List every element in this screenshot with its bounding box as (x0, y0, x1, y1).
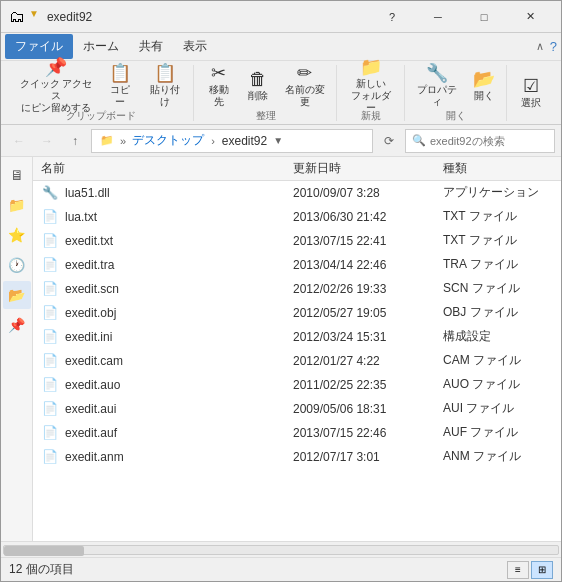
back-button[interactable]: ← (7, 129, 31, 153)
breadcrumb-desktop[interactable]: デスクトップ (132, 132, 204, 149)
file-name: exedit.tra (65, 258, 293, 272)
search-input[interactable] (430, 135, 562, 147)
new-buttons: 📁 新しいフォルダー (343, 65, 400, 107)
file-row[interactable]: 📄 exedit.tra 2013/04/14 22:46 TRA ファイル (33, 253, 561, 277)
file-row[interactable]: 📄 exedit.anm 2012/07/17 3:01 ANM ファイル (33, 445, 561, 469)
file-icon: 📄 (41, 328, 59, 346)
sidebar-item-recent[interactable]: 🕐 (3, 251, 31, 279)
file-date: 2012/01/27 4:22 (293, 354, 443, 368)
breadcrumb-sep2: › (211, 135, 215, 147)
new-label: 新規 (361, 109, 381, 123)
address-input[interactable]: 📁 » デスクトップ › exedit92 ▼ (91, 129, 373, 153)
up-button[interactable]: ↑ (63, 129, 87, 153)
file-row[interactable]: 📄 lua.txt 2013/06/30 21:42 TXT ファイル (33, 205, 561, 229)
file-date: 2012/05/27 19:05 (293, 306, 443, 320)
help-button[interactable]: ? (369, 1, 415, 33)
breadcrumb-sep1: » (120, 135, 126, 147)
menu-file[interactable]: ファイル (5, 34, 73, 59)
file-icon: 📄 (41, 280, 59, 298)
open-button[interactable]: 📂 開く (466, 65, 502, 107)
col-header-name[interactable]: 名前 (41, 160, 293, 177)
scroll-thumb[interactable] (4, 546, 84, 556)
file-name: exedit.cam (65, 354, 293, 368)
open-icon: 📂 (473, 70, 495, 88)
organize-label: 整理 (256, 109, 276, 123)
pin-icon: 📌 (45, 58, 67, 76)
window-controls: ? ─ □ ✕ (369, 1, 553, 33)
sidebar: 🖥 📁 ⭐ 🕐 📂 📌 (1, 157, 33, 541)
file-type: AUO ファイル (443, 376, 553, 393)
file-row[interactable]: 📄 exedit.obj 2012/05/27 19:05 OBJ ファイル (33, 301, 561, 325)
menu-expand-icon[interactable]: ∧ (536, 40, 544, 53)
scroll-track[interactable] (3, 545, 559, 555)
file-date: 2012/03/24 15:31 (293, 330, 443, 344)
close-button[interactable]: ✕ (507, 1, 553, 33)
sidebar-item-folder[interactable]: 📁 (3, 191, 31, 219)
file-name: exedit.ini (65, 330, 293, 344)
search-box[interactable]: 🔍 (405, 129, 555, 153)
view-details-button[interactable]: ⊞ (531, 561, 553, 579)
toolbar-group-organize: ✂ 移動先 🗑 削除 ✏ 名前の変更 整理 (196, 65, 337, 121)
file-name: exedit.obj (65, 306, 293, 320)
file-row[interactable]: 📄 exedit.cam 2012/01/27 4:22 CAM ファイル (33, 349, 561, 373)
col-header-date[interactable]: 更新日時 (293, 160, 443, 177)
file-row[interactable]: 📄 exedit.scn 2012/02/26 19:33 SCN ファイル (33, 277, 561, 301)
select-button[interactable]: ☑ 選択 (513, 72, 549, 114)
view-buttons: ≡ ⊞ (507, 561, 553, 579)
sidebar-item-nav[interactable]: 🖥 (3, 161, 31, 189)
file-type: AUI ファイル (443, 400, 553, 417)
sidebar-item-files[interactable]: 📂 (3, 281, 31, 309)
main-content: 🖥 📁 ⭐ 🕐 📂 📌 名前 更新日時 種類 🔧 lua51.dll 2010/… (1, 157, 561, 541)
file-area: 名前 更新日時 種類 🔧 lua51.dll 2010/09/07 3:28 ア… (33, 157, 561, 541)
view-list-button[interactable]: ≡ (507, 561, 529, 579)
file-name: lua51.dll (65, 186, 293, 200)
file-row[interactable]: 📄 exedit.auf 2013/07/15 22:46 AUF ファイル (33, 421, 561, 445)
select-icon: ☑ (523, 77, 539, 95)
pin-button[interactable]: 📌 クイック アクセスにピン留めする (13, 65, 99, 107)
minimize-button[interactable]: ─ (415, 1, 461, 33)
clipboard-label: クリップボード (66, 109, 136, 123)
file-icon: 📄 (41, 376, 59, 394)
new-folder-button[interactable]: 📁 新しいフォルダー (343, 65, 400, 107)
file-date: 2013/07/15 22:46 (293, 426, 443, 440)
move-button[interactable]: ✂ 移動先 (200, 65, 237, 107)
file-icon: 📄 (41, 424, 59, 442)
file-row[interactable]: 📄 exedit.aui 2009/05/06 18:31 AUI ファイル (33, 397, 561, 421)
properties-icon: 🔧 (426, 64, 448, 82)
h-scroll[interactable] (1, 541, 561, 557)
maximize-button[interactable]: □ (461, 1, 507, 33)
file-name: exedit.auo (65, 378, 293, 392)
file-date: 2012/07/17 3:01 (293, 450, 443, 464)
menu-share[interactable]: 共有 (129, 34, 173, 59)
file-date: 2013/04/14 22:46 (293, 258, 443, 272)
help-icon[interactable]: ? (550, 39, 557, 54)
menu-view[interactable]: 表示 (173, 34, 217, 59)
forward-button[interactable]: → (35, 129, 59, 153)
file-date: 2013/07/15 22:41 (293, 234, 443, 248)
breadcrumb-folder[interactable]: exedit92 (222, 134, 267, 148)
file-name: lua.txt (65, 210, 293, 224)
delete-button[interactable]: 🗑 削除 (240, 65, 276, 107)
sidebar-item-pin[interactable]: 📌 (3, 311, 31, 339)
paste-button[interactable]: 📋 貼り付け (142, 65, 190, 107)
rename-button[interactable]: ✏ 名前の変更 (278, 65, 332, 107)
new-folder-icon: 📁 (360, 58, 382, 76)
file-list[interactable]: 🔧 lua51.dll 2010/09/07 3:28 アプリケーション 📄 l… (33, 181, 561, 541)
sidebar-item-favorites[interactable]: ⭐ (3, 221, 31, 249)
toolbar-group-clipboard: 📌 クイック アクセスにピン留めする 📋 コピー 📋 貼り付け クリップボード (9, 65, 194, 121)
file-row[interactable]: 🔧 lua51.dll 2010/09/07 3:28 アプリケーション (33, 181, 561, 205)
col-header-type[interactable]: 種類 (443, 160, 553, 177)
breadcrumb-dropdown-icon[interactable]: ▼ (273, 135, 283, 146)
delete-icon: 🗑 (249, 70, 267, 88)
menu-home[interactable]: ホーム (73, 34, 129, 59)
file-type: SCN ファイル (443, 280, 553, 297)
copy-button[interactable]: 📋 コピー (101, 65, 140, 107)
properties-button[interactable]: 🔧 プロパティ (411, 65, 464, 107)
toolbar-group-select: ☑ 選択 (509, 65, 553, 121)
file-row[interactable]: 📄 exedit.auo 2011/02/25 22:35 AUO ファイル (33, 373, 561, 397)
file-row[interactable]: 📄 exedit.txt 2013/07/15 22:41 TXT ファイル (33, 229, 561, 253)
file-row[interactable]: 📄 exedit.ini 2012/03/24 15:31 構成設定 (33, 325, 561, 349)
refresh-button[interactable]: ⟳ (377, 129, 401, 153)
file-type: 構成設定 (443, 328, 553, 345)
file-icon: 📄 (41, 208, 59, 226)
